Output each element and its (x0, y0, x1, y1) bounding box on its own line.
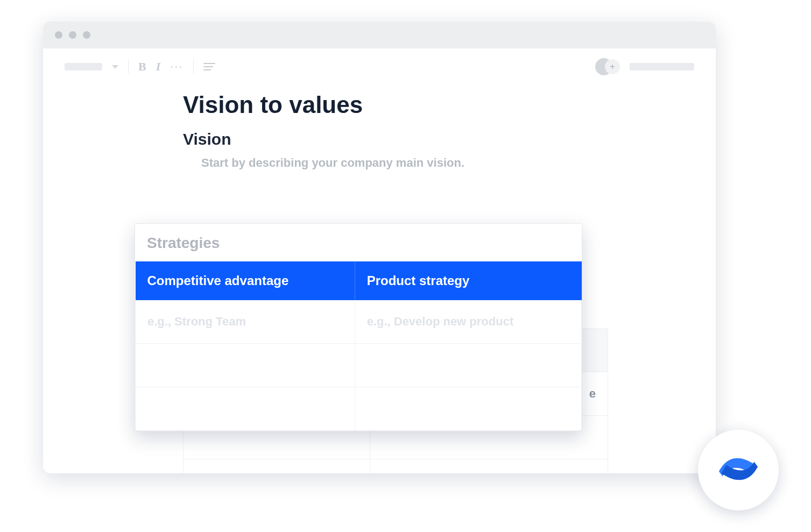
traffic-light-dot (69, 31, 76, 39)
add-user-button[interactable]: + (605, 59, 620, 74)
editor-toolbar: B I ··· + (43, 48, 716, 75)
confluence-logo-badge (698, 430, 779, 510)
bold-button[interactable]: B (138, 60, 146, 74)
document-body[interactable]: Vision to values Vision Start by describ… (43, 75, 667, 170)
browser-window: B I ··· + Vision to values Vision (43, 22, 716, 473)
style-picker-placeholder[interactable] (65, 63, 102, 70)
strategies-cell[interactable] (355, 344, 581, 387)
strategies-cell[interactable] (136, 387, 355, 431)
strategies-cell[interactable]: e.g., Develop new product (355, 300, 581, 344)
strategies-table[interactable]: Competitive advantage Product strategy e… (135, 261, 582, 431)
italic-button[interactable]: I (156, 60, 161, 74)
editor-surface: B I ··· + Vision to values Vision (43, 48, 716, 473)
strategies-col-header[interactable]: Competitive advantage (136, 261, 355, 300)
vision-placeholder-text[interactable]: Start by describing your company main vi… (201, 156, 667, 170)
strategies-card-title: Strategies (135, 224, 582, 261)
confluence-icon (719, 450, 758, 491)
toolbar-divider (193, 60, 194, 74)
traffic-light-dot (55, 31, 62, 39)
strategies-card: Strategies Competitive advantage Product… (135, 223, 582, 431)
publish-placeholder[interactable] (630, 63, 694, 70)
bg-table-cell[interactable] (370, 459, 608, 474)
bg-table-cell[interactable] (184, 459, 370, 474)
strategies-cell[interactable] (136, 344, 355, 387)
align-left-icon[interactable] (203, 63, 215, 70)
page-title[interactable]: Vision to values (183, 91, 667, 118)
strategies-cell[interactable]: e.g., Strong Team (136, 300, 355, 344)
strategies-cell[interactable] (355, 387, 581, 431)
traffic-light-dot (83, 31, 90, 39)
section-heading[interactable]: Vision (183, 130, 667, 148)
chevron-down-icon[interactable] (112, 65, 118, 69)
toolbar-divider (128, 60, 129, 74)
strategies-col-header[interactable]: Product strategy (355, 261, 581, 300)
browser-chrome (43, 22, 716, 48)
more-formatting-button[interactable]: ··· (170, 61, 183, 73)
